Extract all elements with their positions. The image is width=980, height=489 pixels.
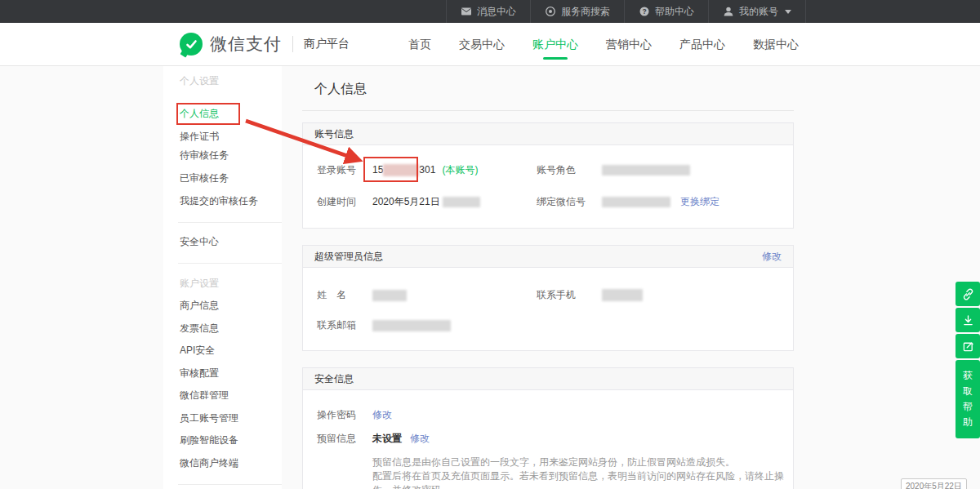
nav-item-data-center[interactable]: 数据中心 xyxy=(753,23,799,66)
main-nav: 首页 交易中心 账户中心 营销中心 产品中心 数据中心 xyxy=(408,23,799,65)
admin-modify-link[interactable]: 修改 xyxy=(762,250,782,264)
nav-item-marketing-center[interactable]: 营销中心 xyxy=(606,23,652,66)
account-info-card-header: 账号信息 xyxy=(303,123,793,145)
nav-item-account-center[interactable]: 账户中心 xyxy=(532,23,578,66)
reserved-info-value: 未设置 xyxy=(372,432,402,446)
chevron-down-icon xyxy=(785,10,791,14)
redacted-account-role xyxy=(602,165,690,176)
redacted-wechat-id xyxy=(602,197,670,207)
nav-item-transaction-center[interactable]: 交易中心 xyxy=(459,23,505,66)
login-account-value: 15301 xyxy=(372,164,435,176)
download-icon xyxy=(961,313,975,327)
sidebar-item-staff-account-management[interactable]: 员工账号管理 xyxy=(180,407,238,429)
description-line: 配置后将在首页及充值页面显示。若未看到预留信息，表明当前访问的网站存在风险，请终… xyxy=(372,469,793,489)
sidebar-item-api-security[interactable]: API安全 xyxy=(180,339,215,362)
brand-divider xyxy=(292,36,293,52)
sidebar-item-my-submitted-review-tasks[interactable]: 我提交的审核任务 xyxy=(180,189,258,212)
created-time-value: 2020年5月21日 xyxy=(372,195,440,209)
security-info-card: 安全信息 操作密码 修改 预留信息 未设置 修改 预留信息是由你自己设置的一段文… xyxy=(302,367,794,489)
redacted-contact-email xyxy=(372,320,451,331)
topbar-item-label: 服务商搜索 xyxy=(561,5,610,19)
page-title: 个人信息 xyxy=(302,66,794,110)
target-icon xyxy=(545,6,556,17)
sidebar-item-wechat-group-management[interactable]: 微信群管理 xyxy=(180,384,229,407)
reserved-modify-link[interactable]: 修改 xyxy=(410,432,430,446)
admin-name-label: 姓 名 xyxy=(317,288,372,302)
sidebar-item-review-config[interactable]: 审核配置 xyxy=(180,362,219,385)
nav-item-home[interactable]: 首页 xyxy=(408,23,431,66)
topbar-item-help-center[interactable]: ? 帮助中心 xyxy=(624,0,708,23)
topbar-item-label: 消息中心 xyxy=(477,5,516,19)
edit-icon xyxy=(961,340,975,353)
envelope-icon xyxy=(461,6,472,17)
date-tooltip: 2020年5月22日 xyxy=(901,478,967,489)
redacted-admin-name xyxy=(372,290,407,301)
sidebar-divider xyxy=(178,222,282,223)
sidebar-header-account-settings: 账户设置 xyxy=(180,272,219,295)
change-binding-link[interactable]: 更换绑定 xyxy=(680,195,719,209)
redacted-created-time xyxy=(443,197,480,207)
redacted-login-middle xyxy=(383,164,419,176)
sidebar-divider xyxy=(178,263,282,264)
bound-wechat-label: 绑定微信号 xyxy=(537,195,602,209)
reserved-info-label: 预留信息 xyxy=(317,432,372,446)
sidebar-item-reviewed-tasks[interactable]: 已审核任务 xyxy=(180,167,229,189)
sidebar-header-personal-settings: 个人设置 xyxy=(180,69,219,92)
sidebar-item-wechat-merchant-terminal[interactable]: 微信商户终端 xyxy=(180,451,238,474)
account-info-card-title: 账号信息 xyxy=(314,127,354,141)
header: 微信支付 商户平台 首页 交易中心 账户中心 营销中心 产品中心 数据中心 xyxy=(0,23,980,66)
download-button[interactable] xyxy=(956,308,980,332)
super-admin-card-header: 超级管理员信息 修改 xyxy=(303,246,793,268)
topbar-item-message-center[interactable]: 消息中心 xyxy=(446,0,530,23)
reserved-info-description: 预留信息是由你自己设置的一段文字，用来鉴定网站身份，防止假冒网站造成损失。 配置… xyxy=(372,456,793,489)
svg-text:?: ? xyxy=(642,7,646,16)
feedback-button[interactable] xyxy=(956,334,980,358)
password-modify-link[interactable]: 修改 xyxy=(372,408,392,422)
page-body: 个人设置 个人信息 操作证书 待审核任务 已审核任务 我提交的审核任务 安全中心… xyxy=(0,66,980,489)
sidebar-item-invoice-info[interactable]: 发票信息 xyxy=(180,317,219,340)
login-account-label: 登录账号 xyxy=(317,163,372,177)
topbar: 消息中心 服务商搜索 ? 帮助中心 我的账号 xyxy=(0,0,980,23)
title-divider xyxy=(302,110,794,111)
sidebar: 个人设置 个人信息 操作证书 待审核任务 已审核任务 我提交的审核任务 安全中心… xyxy=(163,66,282,489)
security-info-card-header: 安全信息 xyxy=(303,368,793,390)
topbar-item-my-account[interactable]: 我的账号 xyxy=(708,0,806,23)
sidebar-item-face-smart-device[interactable]: 刷脸智能设备 xyxy=(180,429,238,451)
sidebar-item-personal-info[interactable]: 个人信息 xyxy=(180,102,219,125)
account-role-label: 账号角色 xyxy=(537,163,602,177)
brand: 微信支付 商户平台 xyxy=(180,33,350,56)
question-icon: ? xyxy=(639,6,650,17)
sidebar-item-merchant-info[interactable]: 商户信息 xyxy=(180,294,219,317)
topbar-item-provider-search[interactable]: 服务商搜索 xyxy=(530,0,624,23)
operation-password-label: 操作密码 xyxy=(317,408,372,422)
topbar-item-label: 我的账号 xyxy=(739,5,778,19)
sidebar-divider xyxy=(178,484,282,485)
contact-email-label: 联系邮箱 xyxy=(317,318,372,332)
wechat-pay-logo-icon xyxy=(180,33,203,56)
created-time-label: 创建时间 xyxy=(317,195,372,209)
link-icon xyxy=(961,287,975,301)
account-info-card: 账号信息 登录账号 15301 (本账号) 账号角色 创建时间 2020年5月2… xyxy=(302,122,794,229)
get-help-button[interactable]: 获取帮助 xyxy=(956,360,980,438)
description-line: 预留信息是由你自己设置的一段文字，用来鉴定网站身份，防止假冒网站造成损失。 xyxy=(372,456,793,469)
sidebar-item-pending-review-tasks[interactable]: 待审核任务 xyxy=(180,144,229,167)
super-admin-card-title: 超级管理员信息 xyxy=(314,250,383,264)
user-icon xyxy=(723,6,734,17)
nav-item-product-center[interactable]: 产品中心 xyxy=(679,23,725,66)
contact-phone-label: 联系手机 xyxy=(537,288,602,302)
super-admin-card: 超级管理员信息 修改 姓 名 联系手机 联系邮箱 xyxy=(302,245,794,351)
security-info-card-title: 安全信息 xyxy=(314,372,354,386)
get-help-label: 获取帮助 xyxy=(963,368,973,430)
sidebar-item-security-center[interactable]: 安全中心 xyxy=(180,230,219,253)
brand-name: 微信支付 xyxy=(210,33,282,56)
main-content: 个人信息 账号信息 登录账号 15301 (本账号) 账号角色 创 xyxy=(302,66,794,489)
redacted-contact-phone xyxy=(602,289,643,301)
current-account-note: (本账号) xyxy=(442,163,478,177)
floating-action-bar: 获取帮助 xyxy=(956,282,980,438)
link-button[interactable] xyxy=(956,282,980,306)
brand-portal-label: 商户平台 xyxy=(304,37,350,51)
topbar-item-label: 帮助中心 xyxy=(655,5,694,19)
